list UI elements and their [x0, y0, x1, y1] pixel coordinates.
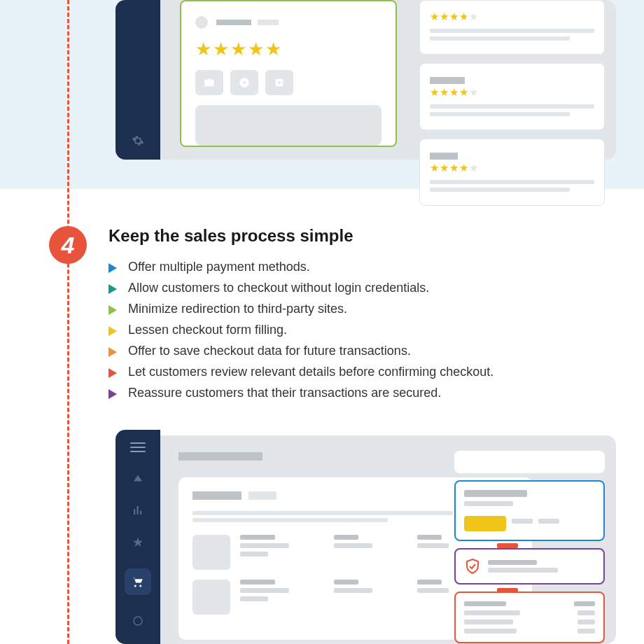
- page-title-placeholder: [178, 452, 262, 461]
- list-item: Lessen checkout form filling.: [108, 323, 616, 337]
- list-item: Allow customers to checkout without logi…: [108, 281, 616, 295]
- placeholder-bar: [464, 629, 517, 634]
- list-item: Offer to save checkout data for future t…: [108, 344, 616, 358]
- placeholder-bar: [578, 629, 595, 634]
- bullet-text: Minimize redirection to third-party site…: [128, 302, 347, 316]
- bullet-list: Offer multiple payment methods. Allow cu…: [108, 260, 616, 400]
- placeholder-bar: [464, 601, 506, 606]
- placeholder-bar: [464, 620, 513, 624]
- bullet-icon: [108, 263, 117, 273]
- list-item: Offer multiple payment methods.: [108, 260, 616, 274]
- star-rating: ★★★★★: [195, 38, 382, 60]
- bullet-icon: [108, 368, 117, 378]
- placeholder-bar: [192, 491, 241, 500]
- list-item: Let customers review relevant details be…: [108, 365, 616, 379]
- placeholder-bar: [240, 580, 275, 584]
- list-item: Minimize redirection to third-party site…: [108, 302, 616, 316]
- placeholder-bar: [512, 519, 533, 524]
- camera-icon: [195, 70, 223, 95]
- mockup-sidebar: [115, 430, 160, 644]
- placeholder-bar: [464, 610, 520, 615]
- list-item: Reassure customers that their transactio…: [108, 386, 616, 400]
- placeholder-bar: [216, 20, 251, 25]
- placeholder-bar: [430, 36, 570, 41]
- placeholder-bar: [488, 568, 558, 573]
- placeholder-bar: [248, 491, 276, 500]
- placeholder-bar: [574, 601, 595, 606]
- placeholder-bar: [430, 180, 594, 184]
- avatar-icon: [195, 16, 208, 29]
- bullet-icon: [108, 326, 117, 336]
- review-card: ★★★★★: [419, 63, 605, 130]
- section-title: Keep the sales process simple: [108, 226, 616, 246]
- checkout-sidebar: [454, 451, 605, 643]
- placeholder-bar: [417, 588, 449, 593]
- triangle-up-icon: [132, 472, 144, 484]
- placeholder-bar: [334, 588, 372, 593]
- placeholder-bar: [430, 29, 594, 33]
- circle-icon: [132, 615, 144, 627]
- cart-icon: [125, 568, 151, 595]
- placeholder-bar: [464, 501, 513, 506]
- timeline-dashed-line: [67, 0, 69, 644]
- review-card: ★★★★★: [419, 0, 605, 55]
- product-thumbnail: [192, 535, 230, 570]
- menu-icon: [130, 442, 146, 452]
- placeholder-bar: [334, 580, 358, 584]
- placeholder-bar: [430, 188, 570, 192]
- placeholder-bar: [334, 543, 372, 548]
- placeholder-bar: [578, 620, 595, 624]
- star-icon: ★★★★★: [430, 162, 594, 174]
- placeholder-bar: [488, 560, 537, 565]
- placeholder-bar: [258, 20, 279, 25]
- gear-icon: [132, 134, 144, 147]
- review-list: ★★★★★ ★★★★★ ★★★★★: [419, 0, 605, 206]
- bullet-text: Let customers review relevant details be…: [128, 365, 493, 379]
- placeholder-bar: [240, 543, 289, 548]
- bullet-text: Offer to save checkout data for future t…: [128, 344, 411, 358]
- placeholder-bar: [464, 490, 527, 497]
- bullet-text: Reassure customers that their transactio…: [128, 386, 441, 400]
- play-icon: [230, 70, 258, 95]
- placeholder-bar: [578, 610, 595, 615]
- review-mockup: ★★★★★ ★★★★★ ★★★★★ ★★★★★: [115, 0, 616, 160]
- placeholder-bar: [192, 518, 388, 522]
- star-icon: ★★★★★: [430, 86, 594, 99]
- placeholder-bar: [430, 104, 594, 108]
- svg-point-2: [134, 617, 142, 625]
- placeholder-bar: [192, 511, 453, 515]
- placeholder-bar: [240, 596, 268, 601]
- star-icon: ★★★★★: [195, 38, 283, 59]
- placeholder-bar: [430, 112, 570, 116]
- shield-icon: [464, 558, 481, 575]
- search-placeholder: [454, 451, 605, 473]
- review-form-card: ★★★★★: [180, 0, 397, 147]
- placeholder-bar: [417, 535, 442, 540]
- star-icon: [132, 536, 144, 549]
- placeholder-bar: [430, 153, 458, 160]
- section-content: Keep the sales process simple Offer mult…: [108, 226, 616, 407]
- placeholder-bar: [417, 543, 449, 548]
- placeholder-bar: [430, 77, 465, 84]
- placeholder-bar: [240, 535, 275, 540]
- bullet-icon: [108, 347, 117, 357]
- section-number-badge: 4: [49, 226, 87, 264]
- checkout-mockup: [115, 435, 616, 644]
- plus-icon: [265, 70, 293, 95]
- bullet-text: Allow customers to checkout without logi…: [128, 281, 429, 295]
- bullet-text: Lessen checkout form filling.: [128, 323, 287, 337]
- product-thumbnail: [192, 580, 230, 615]
- summary-box: [454, 592, 605, 643]
- review-textarea: [195, 105, 382, 146]
- review-card: ★★★★★: [419, 139, 605, 206]
- bullet-text: Offer multiple payment methods.: [128, 260, 310, 274]
- placeholder-bar: [538, 519, 559, 524]
- bullet-icon: [108, 305, 117, 315]
- placeholder-bar: [240, 588, 289, 593]
- placeholder-bar: [334, 535, 358, 540]
- placeholder-bar: [240, 552, 268, 556]
- star-icon: ★★★★★: [430, 10, 594, 23]
- security-box: [454, 548, 605, 584]
- bullet-icon: [108, 389, 117, 399]
- payment-box: [454, 480, 605, 541]
